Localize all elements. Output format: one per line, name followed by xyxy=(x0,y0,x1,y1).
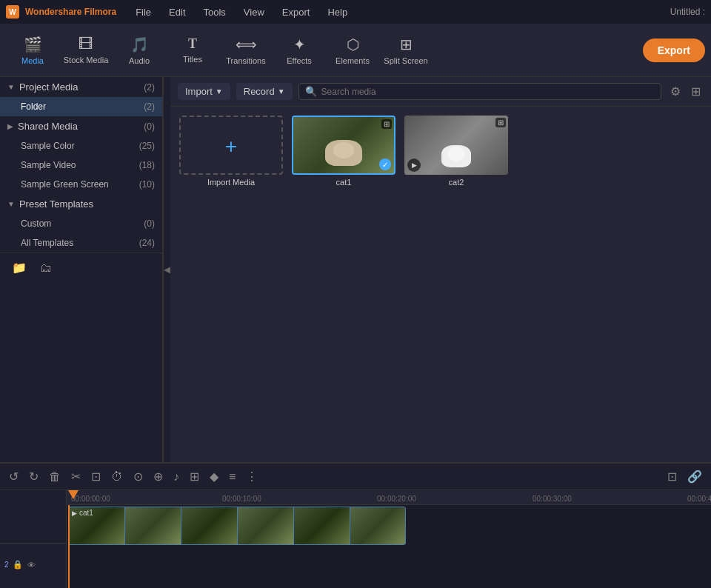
sample-green-count: (10) xyxy=(139,179,155,190)
undo-button[interactable]: ↺ xyxy=(6,468,21,485)
cat1-check-badge: ✓ xyxy=(379,158,391,170)
content-toolbar: Import ▼ Record ▼ 🔍 ⚙ ⊞ xyxy=(170,77,711,107)
sidebar-item-custom[interactable]: Custom (0) xyxy=(0,214,162,233)
toolbar: 🎬 Media 🎞 Stock Media 🎵 Audio T Titles ⟺… xyxy=(0,24,711,77)
sample-color-count: (25) xyxy=(139,141,155,151)
effects-icon: ✦ xyxy=(293,36,306,53)
menu-view[interactable]: View xyxy=(236,4,272,21)
menu-tools[interactable]: Tools xyxy=(196,4,233,21)
sidebar-item-project-media[interactable]: ▼ Project Media (2) xyxy=(0,77,162,97)
menu-file[interactable]: File xyxy=(128,4,158,21)
playhead xyxy=(68,505,70,588)
delete-button[interactable]: 🗑 xyxy=(46,469,64,485)
cat2-media-item[interactable]: ⊞ ▶ cat2 xyxy=(404,116,508,187)
ruler-time-3: 00:00:30:00 xyxy=(533,495,572,503)
tool-split-label: Split Screen xyxy=(384,56,427,65)
track-number-icon: 2 xyxy=(4,561,9,569)
arrow-right-icon: ▶ xyxy=(7,122,13,130)
menu-export[interactable]: Export xyxy=(275,4,318,21)
audio-stretch-button[interactable]: ⋮ xyxy=(243,468,261,485)
import-chevron-icon: ▼ xyxy=(216,87,223,96)
export-button[interactable]: Export xyxy=(643,39,705,62)
cat1-clip[interactable]: ▶ cat1 xyxy=(68,507,406,545)
tool-audio[interactable]: 🎵 Audio xyxy=(113,28,166,73)
menu-edit[interactable]: Edit xyxy=(161,4,193,21)
timeline-right-tools: ⊡ 🔗 xyxy=(664,468,705,485)
import-label: Import xyxy=(185,86,213,97)
audio-mixer-button[interactable]: ≡ xyxy=(226,469,238,485)
menu-help[interactable]: Help xyxy=(320,4,355,21)
keyframe-button[interactable]: ◆ xyxy=(207,468,221,485)
timeline: ↺ ↻ 🗑 ✂ ⊡ ⏱ ⊙ ⊕ ♪ ⊞ ◆ ≡ ⋮ ⊡ 🔗 2 🔒 xyxy=(0,462,711,588)
sidebar-item-all-templates[interactable]: All Templates (24) xyxy=(0,233,162,253)
record-button[interactable]: Record ▼ xyxy=(236,83,293,100)
tool-media[interactable]: 🎬 Media xyxy=(6,28,59,73)
sidebar-item-folder[interactable]: Folder (2) xyxy=(0,97,162,116)
redo-button[interactable]: ↻ xyxy=(26,468,41,485)
window-title: Untitled : xyxy=(670,7,705,17)
tool-stock-label: Stock Media xyxy=(64,56,109,64)
view-toggle-button[interactable]: ⊞ xyxy=(688,83,704,100)
sidebar-item-sample-green-screen[interactable]: Sample Green Screen (10) xyxy=(0,175,162,194)
record-chevron-icon: ▼ xyxy=(278,87,285,96)
track-controls: 🔒 👁 xyxy=(12,559,36,570)
cat1-media-item[interactable]: ⊞ ✓ cat1 xyxy=(292,116,395,187)
tool-stock-media[interactable]: 🎞 Stock Media xyxy=(59,28,113,73)
sidebar: ▼ Project Media (2) Folder (2) ▶ Shared … xyxy=(0,77,163,462)
tool-effects-label: Effects xyxy=(287,56,311,65)
record-label: Record xyxy=(244,86,275,97)
filter-button[interactable]: ⚙ xyxy=(667,83,684,100)
timeline-side: 2 🔒 👁 xyxy=(0,490,67,588)
all-templates-count: (24) xyxy=(139,238,155,248)
tool-split-screen[interactable]: ⊞ Split Screen xyxy=(379,28,433,73)
clip-name: cat1 xyxy=(79,509,93,517)
sidebar-item-preset-templates[interactable]: ▼ Preset Templates xyxy=(0,194,162,214)
folder-label: Folder xyxy=(21,101,46,112)
split-view-button[interactable]: ⊞ xyxy=(187,468,202,485)
timeline-body: 2 🔒 👁 00:00:00:00 00:00:10:00 00:00:20:0… xyxy=(0,490,711,588)
search-icon: 🔍 xyxy=(305,86,317,97)
sidebar-item-sample-video[interactable]: Sample Video (18) xyxy=(0,156,162,175)
tool-effects[interactable]: ✦ Effects xyxy=(273,28,326,73)
cat2-thumbnail: ⊞ ▶ xyxy=(404,116,508,175)
project-media-count: (2) xyxy=(144,82,155,93)
link-button[interactable]: 🔗 xyxy=(684,468,705,485)
tool-transitions[interactable]: ⟺ Transitions xyxy=(219,28,273,73)
track-eye-button[interactable]: 👁 xyxy=(27,559,36,570)
add-folder-button[interactable]: 📁 xyxy=(9,259,30,276)
ruler-time-4: 00:00:40:00 xyxy=(687,495,711,503)
project-media-label: Project Media xyxy=(19,81,78,93)
ruler-time-1: 00:00:10:00 xyxy=(222,495,261,503)
speed-button[interactable]: ⏱ xyxy=(108,469,126,485)
ruler-time-2: 00:00:20:00 xyxy=(377,495,416,503)
search-input[interactable] xyxy=(321,87,655,97)
audio-btn[interactable]: ♪ xyxy=(170,469,182,485)
fit-screen-button[interactable]: ⊡ xyxy=(664,468,680,485)
folder-button[interactable]: 🗂 xyxy=(37,259,55,276)
import-media-item[interactable]: + Import Media xyxy=(179,116,283,187)
timeline-toolbar: ↺ ↻ 🗑 ✂ ⊡ ⏱ ⊙ ⊕ ♪ ⊞ ◆ ≡ ⋮ ⊡ 🔗 xyxy=(0,464,711,490)
cat2-label: cat2 xyxy=(449,178,464,187)
crop-button[interactable]: ⊡ xyxy=(88,468,104,485)
timeline-tracks: ▶ cat1 xyxy=(67,505,711,588)
arrow-down-icon: ▼ xyxy=(7,83,15,91)
sample-green-label: Sample Green Screen xyxy=(21,179,109,190)
transform-button[interactable]: ⊕ xyxy=(150,468,166,485)
arrow-down2-icon: ▼ xyxy=(7,200,15,208)
tool-elements[interactable]: ⬡ Elements xyxy=(326,28,379,73)
sidebar-collapse-handle[interactable]: ◀ xyxy=(163,77,170,462)
tool-titles-label: Titles xyxy=(183,55,202,64)
import-button[interactable]: Import ▼ xyxy=(178,83,230,100)
tool-titles[interactable]: T Titles xyxy=(166,28,219,73)
cut-button[interactable]: ✂ xyxy=(68,468,84,485)
content-icons: ⚙ ⊞ xyxy=(667,83,704,100)
media-grid: + Import Media ⊞ ✓ cat1 xyxy=(170,107,711,462)
color-button[interactable]: ⊙ xyxy=(130,468,146,485)
sidebar-bottom: 📁 🗂 xyxy=(0,253,162,282)
sidebar-item-sample-color[interactable]: Sample Color (25) xyxy=(0,136,162,156)
sidebar-item-shared-media[interactable]: ▶ Shared Media (0) xyxy=(0,116,162,136)
custom-count: (0) xyxy=(144,218,155,229)
main-content: ▼ Project Media (2) Folder (2) ▶ Shared … xyxy=(0,77,711,462)
elements-icon: ⬡ xyxy=(347,36,359,53)
track-lock-button[interactable]: 🔒 xyxy=(12,559,24,570)
